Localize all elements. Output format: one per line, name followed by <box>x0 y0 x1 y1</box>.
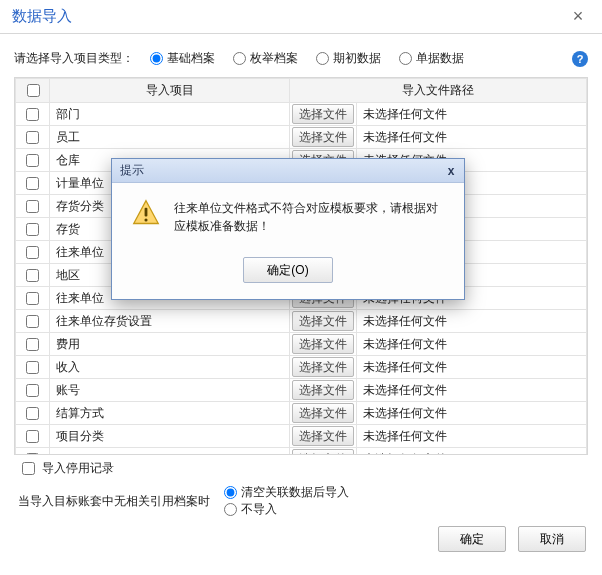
row-checkbox-cell <box>16 379 50 402</box>
row-choose-cell: 选择文件 <box>290 103 357 126</box>
row-checkbox[interactable] <box>26 315 39 328</box>
row-file-path: 未选择任何文件 <box>357 425 587 448</box>
ok-button[interactable]: 确定 <box>438 526 506 552</box>
row-project-name: 费用 <box>50 333 290 356</box>
header-project: 导入项目 <box>50 79 290 103</box>
type-radio-label: 单据数据 <box>416 50 464 67</box>
row-checkbox-cell <box>16 264 50 287</box>
row-checkbox-cell <box>16 103 50 126</box>
row-checkbox-cell <box>16 356 50 379</box>
prompt-close-icon[interactable]: x <box>442 164 460 178</box>
row-checkbox-cell <box>16 195 50 218</box>
row-checkbox-cell <box>16 241 50 264</box>
choose-file-button[interactable]: 选择文件 <box>292 426 354 446</box>
table-row: 账号选择文件未选择任何文件 <box>16 379 587 402</box>
choose-file-button[interactable]: 选择文件 <box>292 127 354 147</box>
choose-file-button[interactable]: 选择文件 <box>292 357 354 377</box>
choose-file-button[interactable]: 选择文件 <box>292 449 354 455</box>
row-checkbox[interactable] <box>26 384 39 397</box>
missing-ref-radio-item[interactable]: 不导入 <box>224 501 349 518</box>
row-project-name: 项目 <box>50 448 290 456</box>
row-checkbox[interactable] <box>26 407 39 420</box>
prompt-ok-button[interactable]: 确定(O) <box>243 257 333 283</box>
row-checkbox[interactable] <box>26 292 39 305</box>
dialog-button-row: 确定 取消 <box>0 526 586 552</box>
type-toolbar: 请选择导入项目类型： 基础档案枚举档案期初数据单据数据 ? <box>0 34 602 77</box>
row-project-name: 收入 <box>50 356 290 379</box>
row-project-name: 部门 <box>50 103 290 126</box>
choose-file-button[interactable]: 选择文件 <box>292 104 354 124</box>
type-radio-item[interactable]: 基础档案 <box>150 50 215 67</box>
window-title: 数据导入 <box>12 7 72 26</box>
row-checkbox[interactable] <box>26 108 39 121</box>
choose-file-button[interactable]: 选择文件 <box>292 380 354 400</box>
type-label: 请选择导入项目类型： <box>14 50 134 67</box>
type-radio-item[interactable]: 单据数据 <box>399 50 464 67</box>
type-radio-item[interactable]: 枚举档案 <box>233 50 298 67</box>
choose-file-button[interactable]: 选择文件 <box>292 311 354 331</box>
type-radio-label: 期初数据 <box>333 50 381 67</box>
type-radio[interactable] <box>399 52 412 65</box>
type-radio[interactable] <box>316 52 329 65</box>
prompt-message: 往来单位文件格式不符合对应模板要求，请根据对应模板准备数据！ <box>174 199 448 235</box>
type-radio[interactable] <box>233 52 246 65</box>
row-project-name: 员工 <box>50 126 290 149</box>
cancel-button[interactable]: 取消 <box>518 526 586 552</box>
missing-ref-radio[interactable] <box>224 503 237 516</box>
row-checkbox[interactable] <box>26 338 39 351</box>
import-disabled-checkbox[interactable] <box>22 462 35 475</box>
row-project-name: 往来单位存货设置 <box>50 310 290 333</box>
row-choose-cell: 选择文件 <box>290 402 357 425</box>
header-checkbox[interactable] <box>27 84 40 97</box>
missing-ref-radio-group: 清空关联数据后导入不导入 <box>224 484 363 518</box>
import-disabled-label: 导入停用记录 <box>42 460 114 477</box>
row-checkbox[interactable] <box>26 200 39 213</box>
table-row: 部门选择文件未选择任何文件 <box>16 103 587 126</box>
row-checkbox[interactable] <box>26 154 39 167</box>
row-checkbox[interactable] <box>26 361 39 374</box>
missing-ref-radio-item[interactable]: 清空关联数据后导入 <box>224 484 349 501</box>
close-icon[interactable]: × <box>562 6 594 27</box>
choose-file-button[interactable]: 选择文件 <box>292 334 354 354</box>
missing-ref-radio[interactable] <box>224 486 237 499</box>
missing-ref-radio-label: 不导入 <box>241 501 277 518</box>
type-radio-item[interactable]: 期初数据 <box>316 50 381 67</box>
titlebar: 数据导入 × <box>0 0 602 34</box>
row-choose-cell: 选择文件 <box>290 425 357 448</box>
row-file-path: 未选择任何文件 <box>357 402 587 425</box>
import-disabled-option: 导入停用记录 <box>18 459 588 478</box>
row-file-path: 未选择任何文件 <box>357 103 587 126</box>
prompt-body: 往来单位文件格式不符合对应模板要求，请根据对应模板准备数据！ <box>112 183 464 247</box>
type-radio[interactable] <box>150 52 163 65</box>
row-checkbox-cell <box>16 448 50 456</box>
row-checkbox-cell <box>16 310 50 333</box>
row-checkbox[interactable] <box>26 223 39 236</box>
row-project-name: 账号 <box>50 379 290 402</box>
type-radio-label: 基础档案 <box>167 50 215 67</box>
missing-ref-row: 当导入目标账套中无相关引用档案时 清空关联数据后导入不导入 <box>18 484 588 518</box>
row-checkbox[interactable] <box>26 269 39 282</box>
row-checkbox[interactable] <box>26 177 39 190</box>
row-checkbox-cell <box>16 333 50 356</box>
row-checkbox-cell <box>16 402 50 425</box>
row-checkbox[interactable] <box>26 131 39 144</box>
row-file-path: 未选择任何文件 <box>357 126 587 149</box>
type-radio-label: 枚举档案 <box>250 50 298 67</box>
missing-ref-label: 当导入目标账套中无相关引用档案时 <box>18 493 210 510</box>
prompt-titlebar: 提示 x <box>112 159 464 183</box>
row-checkbox[interactable] <box>26 453 39 455</box>
table-row: 费用选择文件未选择任何文件 <box>16 333 587 356</box>
row-file-path: 未选择任何文件 <box>357 356 587 379</box>
row-project-name: 结算方式 <box>50 402 290 425</box>
row-checkbox-cell <box>16 149 50 172</box>
row-file-path: 未选择任何文件 <box>357 448 587 456</box>
row-file-path: 未选择任何文件 <box>357 310 587 333</box>
choose-file-button[interactable]: 选择文件 <box>292 403 354 423</box>
table-row: 员工选择文件未选择任何文件 <box>16 126 587 149</box>
help-icon[interactable]: ? <box>572 51 588 67</box>
svg-rect-1 <box>145 208 148 217</box>
table-row: 项目选择文件未选择任何文件 <box>16 448 587 456</box>
row-checkbox[interactable] <box>26 246 39 259</box>
row-checkbox[interactable] <box>26 430 39 443</box>
row-checkbox-cell <box>16 126 50 149</box>
